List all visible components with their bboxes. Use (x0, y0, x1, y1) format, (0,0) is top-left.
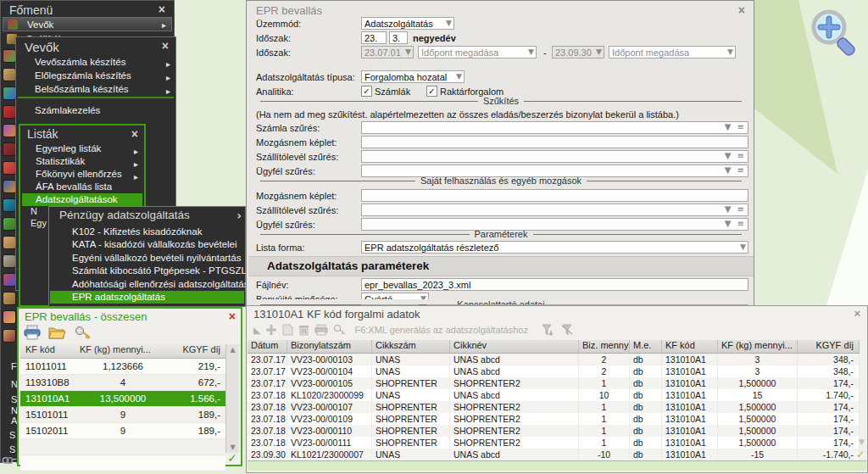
table-row[interactable]: 15101011 9 189,- (20, 407, 225, 423)
col-biz-mennyiseg[interactable]: Biz. mennyi... (579, 340, 630, 353)
vevok-menu-item[interactable]: Belsőszámla készítés ▸ (35, 82, 170, 96)
menu-module-icon[interactable] (3, 87, 15, 99)
osszesen-table-header[interactable]: KF kód KF (kg) mennyi... KGYF díj (20, 344, 225, 359)
quarter-input[interactable]: 3. (389, 31, 408, 44)
confirm-check-icon[interactable]: ✓ (227, 451, 237, 465)
add-icon[interactable] (265, 324, 277, 336)
vevok-menu-item[interactable]: Vevőszámla készítés ▸ (35, 55, 170, 69)
col-kf-kg[interactable]: KF (kg) mennyi... (73, 344, 173, 358)
table-row[interactable]: 23.07.17 VV23-00/00105 SHOPRENTER SHOPRE… (248, 377, 860, 389)
scroll-down-icon[interactable]: ▼ (859, 438, 865, 446)
filter-clear-icon[interactable] (560, 324, 574, 336)
fajlnev-input[interactable]: epr_bevallas_2023_3.xml (361, 278, 748, 291)
szamla-szures-input[interactable]: ▼ ≡ (361, 121, 748, 134)
open-folder-icon[interactable] (48, 325, 66, 340)
kf-table-header[interactable]: Dátum Bizonylatszám Cikkszám Cikknév Biz… (248, 340, 860, 354)
main-menu-item-vevok[interactable]: Vevők ▸ (3, 17, 172, 31)
from-date-select[interactable]: 23.07.01▼ (361, 46, 414, 59)
uzemmod-select[interactable]: Adatszolgáltatás ▼ (361, 17, 454, 30)
table-row[interactable] (20, 439, 225, 455)
table-row[interactable] (20, 455, 225, 471)
filter-dropdown-icons[interactable]: ▼ ≡ (725, 219, 746, 228)
col-kgyf-dij[interactable]: KGYF díj (173, 344, 225, 358)
scroll-down-icon[interactable]: ▼ (226, 443, 239, 451)
col-kgyf-dij[interactable]: KGYF díj (798, 340, 860, 353)
vevok-menu-item[interactable]: Előlegszámla készítés ▸ (35, 69, 170, 82)
print-icon[interactable] (314, 324, 328, 336)
menu-module-icon[interactable] (3, 199, 15, 211)
penzugy-menu-item[interactable]: Számlát kibocsátó Ptgépesek - PTGSZLAH (50, 265, 244, 277)
menu-module-icon[interactable] (3, 311, 15, 323)
penzugy-menu-item[interactable]: KATA - kisadózói vállalkozás bevételei (50, 238, 244, 251)
vevok-menu-item-szamlakezeles[interactable]: Számlakezelés (35, 103, 170, 117)
zoom-in-icon[interactable] (807, 7, 860, 59)
listak-window-close-icon[interactable]: × (131, 127, 138, 141)
penzugy-menu-item[interactable]: Adóhatósági ellenőrzési adatszolgáltatás (50, 278, 244, 291)
filter-dropdown-icons[interactable]: ▼ ≡ (725, 204, 746, 214)
menu-module-icon[interactable] (3, 125, 15, 137)
menu-module-icon[interactable] (3, 330, 15, 342)
menu-module-icon[interactable] (3, 255, 15, 267)
to-date-select[interactable]: 23.09.30▼ (552, 46, 604, 59)
table-row[interactable]: 23.07.17 VV23-00/00104 UNAS UNAS abcd 2 … (248, 365, 860, 377)
key-icon[interactable] (75, 325, 92, 340)
table-row[interactable]: 23.07.18 VV23-00/00111 SHOPRENTER SHOPRE… (248, 437, 860, 449)
menu-module-icon[interactable] (3, 162, 15, 174)
menu-module-icon[interactable] (3, 293, 15, 304)
table-row[interactable]: 23.09.30 KL1021/23000007 UNAS UNAS abcd … (248, 449, 860, 460)
listak-menu-item[interactable]: ÁFA bevallás lista (22, 181, 142, 193)
to-mode-select[interactable]: Időpont megadása▼ (609, 46, 736, 59)
year-input[interactable]: 23. (361, 31, 387, 44)
table-row[interactable]: 131010A1 13,500000 1.566,- (20, 391, 225, 407)
lista-forma-select[interactable]: EPR adatszolgáltatás részletező▼ (361, 241, 748, 254)
table-row[interactable]: 23.07.18 VV23-00/00110 SHOPRENTER SHOPRE… (248, 425, 860, 437)
szallitolevel2-input[interactable]: ▼ ≡ (361, 204, 748, 216)
menu-module-icon[interactable] (3, 218, 15, 230)
resize-corner-icon[interactable]: ◣ (253, 325, 260, 336)
penzugy-menu-item[interactable]: Egyéni vállalkozó bevételi nyilvántartás (50, 252, 244, 265)
menu-module-icon[interactable] (3, 106, 15, 118)
szallitolevel-input[interactable]: ▼ ≡ (361, 150, 748, 163)
filter-dropdown-icons[interactable]: ▼ ≡ (725, 151, 746, 160)
table-row[interactable]: 11011011 1,123666 219,- (20, 359, 225, 375)
penzugy-menu-item[interactable]: K102 - Kifizetés kisadózóknak (50, 226, 244, 238)
listak-menu-item[interactable]: Egyenleg listák ▸ (22, 142, 142, 155)
kf-window-close-icon[interactable]: × (854, 307, 860, 320)
scroll-up-icon[interactable]: ▲ (226, 346, 239, 354)
osszesen-window-close-icon[interactable]: × (229, 309, 236, 323)
menu-module-icon[interactable] (3, 50, 15, 62)
main-menu-close-icon[interactable]: × (159, 3, 165, 16)
from-mode-select[interactable]: Időpont megadása▼ (418, 46, 537, 59)
document-icon[interactable] (282, 324, 293, 336)
penzugy-window-expand-icon[interactable]: › (236, 209, 242, 222)
table-row[interactable]: 23.07.17 VV23-00/00103 UNAS UNAS abcd 2 … (248, 354, 860, 365)
col-kf-kod[interactable]: KF kód (20, 344, 73, 358)
menu-module-icon[interactable] (3, 274, 15, 286)
filter-dropdown-icons[interactable]: ▼ ≡ (725, 122, 746, 131)
menu-module-icon[interactable] (3, 181, 15, 192)
mozgasnem2-input[interactable] (361, 189, 748, 202)
col-datum[interactable]: Dátum (248, 340, 287, 353)
vevok-window-close-icon[interactable]: × (162, 39, 169, 53)
key-icon[interactable] (333, 324, 346, 336)
listak-menu-item[interactable]: Adatszolgáltatások (22, 193, 142, 206)
filter-icon[interactable] (542, 324, 555, 336)
osszesen-scrollbar[interactable]: ▲ ▼ (225, 344, 239, 453)
col-cikknev[interactable]: Cikknév (450, 340, 579, 353)
menu-module-icon[interactable] (3, 237, 15, 248)
listak-menu-item[interactable]: Statisztikák ▸ (22, 155, 142, 168)
menu-module-icon[interactable] (3, 69, 15, 81)
col-kf-kg[interactable]: KF (kg) mennyi... (718, 340, 798, 353)
col-kf-kod[interactable]: KF kód (662, 340, 718, 353)
table-row[interactable]: 119310B8 4 672,- (20, 375, 225, 391)
col-cikkszam[interactable]: Cikkszám (372, 340, 450, 353)
table-row[interactable]: 15102011 9 189,- (20, 423, 225, 439)
print-icon[interactable] (24, 325, 41, 340)
tipus-select[interactable]: Forgalomba hozatal▼ (361, 70, 465, 83)
filter-dropdown-icons[interactable]: ▼ ≡ (725, 165, 746, 175)
col-bizonylatszam[interactable]: Bizonylatszám (287, 340, 372, 353)
epr-dialog-close-icon[interactable]: × (738, 3, 745, 17)
menu-module-icon[interactable] (3, 143, 15, 155)
penzugy-menu-item[interactable]: EPR adatszolgáltatás (50, 291, 244, 304)
listak-menu-item[interactable]: Főkönyvi ellenőrzés ▸ (22, 168, 142, 181)
